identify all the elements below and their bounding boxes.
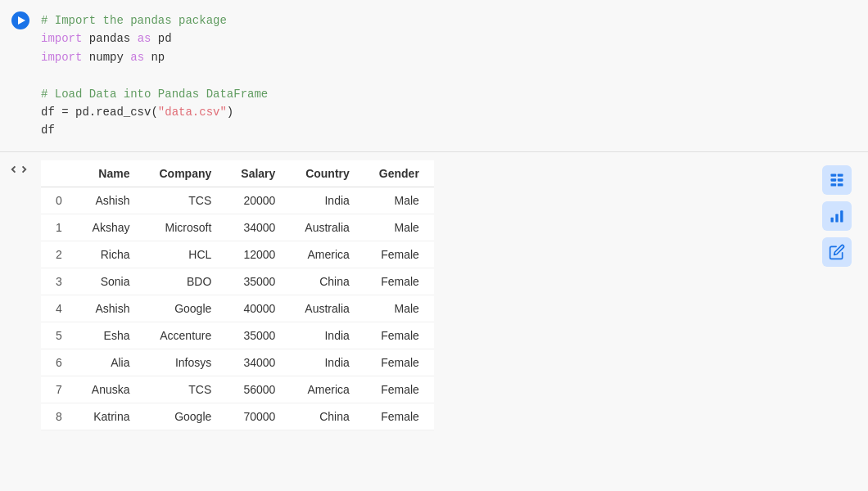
data-table: Name Company Salary Country Gender 0Ashi… — [41, 160, 434, 430]
output-icon — [8, 160, 29, 178]
col-gender: Gender — [364, 160, 434, 187]
table-cell: America — [290, 241, 364, 268]
col-country: Country — [290, 160, 364, 187]
table-cell: Accenture — [145, 322, 227, 349]
table-row: 7AnuskaTCS56000AmericaFemale — [41, 376, 434, 403]
table-cell: Sonia — [77, 268, 145, 295]
table-cell: Male — [364, 214, 434, 241]
normal-6: ) — [227, 106, 233, 119]
table-cell: 7 — [41, 376, 77, 403]
code-line-5: # Load Data into Pandas DataFrame — [41, 85, 852, 103]
table-cell: Microsoft — [145, 214, 227, 241]
table-cell: Google — [145, 295, 227, 322]
table-cell: 34000 — [226, 349, 290, 376]
table-cell: 12000 — [226, 241, 290, 268]
table-cell: India — [290, 187, 364, 214]
table-cell: Esha — [77, 322, 145, 349]
table-row: 6AliaInfosys34000IndiaFemale — [41, 349, 434, 376]
table-cell: TCS — [145, 376, 227, 403]
normal-5: df = pd.read_csv( — [41, 106, 158, 119]
svg-rect-1 — [838, 173, 843, 176]
table-header-row: Name Company Salary Country Gender — [41, 160, 434, 187]
col-name: Name — [77, 160, 145, 187]
table-cell: 1 — [41, 214, 77, 241]
table-row: 0AshishTCS20000IndiaMale — [41, 187, 434, 214]
table-cell: Female — [364, 403, 434, 430]
table-cell: Akshay — [77, 214, 145, 241]
main-container: # Import the pandas package import panda… — [0, 0, 868, 491]
table-cell: 20000 — [226, 187, 290, 214]
table-cell: Female — [364, 268, 434, 295]
table-cell: America — [290, 376, 364, 403]
table-cell: 8 — [41, 403, 77, 430]
code-line-blank — [41, 66, 852, 84]
table-cell: India — [290, 322, 364, 349]
table-cell: 0 — [41, 187, 77, 214]
code-line-2: import pandas as pd — [41, 29, 852, 47]
svg-rect-5 — [838, 183, 843, 186]
table-cell: 6 — [41, 349, 77, 376]
normal-2: pd — [151, 32, 171, 45]
table-cell: HCL — [145, 241, 227, 268]
col-company: Company — [145, 160, 227, 187]
table-cell: Ashish — [77, 187, 145, 214]
table-cell: 34000 — [226, 214, 290, 241]
table-cell: Richa — [77, 241, 145, 268]
code-cell: # Import the pandas package import panda… — [0, 0, 868, 152]
svg-rect-3 — [838, 178, 843, 181]
code-line-1: # Import the pandas package — [41, 11, 852, 29]
table-cell: 35000 — [226, 268, 290, 295]
table-body: 0AshishTCS20000IndiaMale1AkshayMicrosoft… — [41, 187, 434, 430]
table-cell: Katrina — [77, 403, 145, 430]
table-cell: Alia — [77, 349, 145, 376]
keyword-as-2: as — [130, 51, 144, 64]
string-1: "data.csv" — [158, 106, 227, 119]
table-cell: Female — [364, 241, 434, 268]
table-cell: 56000 — [226, 376, 290, 403]
table-cell: 2 — [41, 241, 77, 268]
col-salary: Salary — [226, 160, 290, 187]
table-cell: Australia — [290, 295, 364, 322]
edit-button[interactable] — [822, 237, 852, 267]
table-cell: BDO — [145, 268, 227, 295]
svg-rect-0 — [831, 173, 837, 176]
table-cell: 3 — [41, 268, 77, 295]
table-cell: 5 — [41, 322, 77, 349]
keyword-import-2: import — [41, 51, 82, 64]
run-button[interactable] — [11, 11, 29, 29]
code-line-6: df = pd.read_csv("data.csv") — [41, 103, 852, 121]
table-cell: Female — [364, 322, 434, 349]
table-row: 3SoniaBDO35000ChinaFemale — [41, 268, 434, 295]
table-cell: 40000 — [226, 295, 290, 322]
table-cell: Anuska — [77, 376, 145, 403]
table-cell: Google — [145, 403, 227, 430]
keyword-import-1: import — [41, 32, 82, 45]
table-cell: 4 — [41, 295, 77, 322]
col-index — [41, 160, 77, 187]
table-cell: 70000 — [226, 403, 290, 430]
code-line-7: df — [41, 121, 852, 139]
table-wrapper: Name Company Salary Country Gender 0Ashi… — [41, 160, 814, 483]
chart-view-button[interactable] — [822, 201, 852, 231]
table-row: 8KatrinaGoogle70000ChinaFemale — [41, 403, 434, 430]
toolbar — [814, 160, 860, 483]
table-cell: China — [290, 268, 364, 295]
normal-1: pandas — [82, 32, 137, 45]
table-view-button[interactable] — [822, 165, 852, 195]
table-cell: TCS — [145, 187, 227, 214]
output-cell: Name Company Salary Country Gender 0Ashi… — [0, 152, 868, 491]
table-cell: Female — [364, 349, 434, 376]
table-row: 4AshishGoogle40000AustraliaMale — [41, 295, 434, 322]
table-cell: India — [290, 349, 364, 376]
svg-rect-2 — [831, 178, 837, 181]
table-cell: 35000 — [226, 322, 290, 349]
svg-rect-7 — [835, 214, 838, 222]
table-cell: Infosys — [145, 349, 227, 376]
table-cell: Ashish — [77, 295, 145, 322]
table-cell: Female — [364, 376, 434, 403]
table-cell: Australia — [290, 214, 364, 241]
svg-rect-6 — [831, 217, 834, 222]
table-cell: Male — [364, 187, 434, 214]
table-row: 1AkshayMicrosoft34000AustraliaMale — [41, 214, 434, 241]
code-line-3: import numpy as np — [41, 48, 852, 66]
